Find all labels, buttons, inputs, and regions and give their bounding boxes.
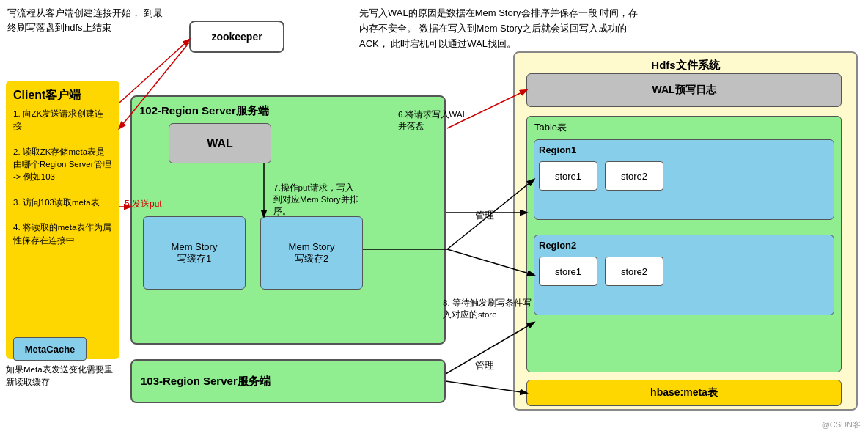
region2-stores: store1 store2 [539, 257, 829, 286]
metacache-desc: 如果Meta表发送变化需要重新读取缓存 [6, 364, 119, 389]
manage-label2: 管理 [475, 359, 494, 372]
metacache-box: MetaCache [13, 337, 87, 361]
region103-box: 103-Region Server服务端 [130, 359, 446, 403]
table-label: Table表 [532, 121, 836, 134]
metacache-label: MetaCache [25, 344, 76, 355]
memstory1-label: Mem Story 写缓存1 [172, 241, 218, 265]
client-title: Client客户端 [13, 88, 112, 103]
region2-store2: store2 [605, 257, 663, 286]
region102-title: 102-Region Server服务端 [139, 104, 437, 118]
region1-box: Region1 store1 store2 [534, 139, 834, 220]
watermark: @CSDN客 [822, 419, 861, 430]
step6-label: 6.将请求写入WAL并落盘 [398, 108, 471, 132]
step8-label: 8. 等待触发刷写条件写入对应的store [443, 297, 538, 320]
step7-label: 7.操作put请求，写入到对应Mem Story并排序。 [273, 182, 361, 217]
hbasemeta-box: hbase:meta表 [526, 380, 842, 406]
region1-store1: store1 [539, 161, 597, 191]
top-left-annotation: 写流程从客户端创建连接开始， 到最终刷写落盘到hdfs上结束 [7, 6, 169, 34]
client-steps: 1. 向ZK发送请求创建连接 2. 读取ZK存储meta表是由哪个Region … [13, 108, 112, 247]
zookeeper-box: zookeeper [189, 21, 284, 53]
memstory2-label: Mem Story 写缓存2 [289, 241, 335, 265]
region2-box: Region2 store1 store2 [534, 235, 834, 315]
manage-label1: 管理 [475, 209, 494, 222]
wal-label: WAL [207, 137, 233, 150]
region1-label: Region1 [539, 144, 829, 155]
wal-box: WAL [169, 123, 271, 163]
hdfs-title: Hdfs文件系统 [521, 59, 850, 73]
memstory2-box: Mem Story 写缓存2 [260, 216, 363, 290]
top-right-annotation: 先写入WAL的原因是数据在Mem Story会排序并保存一段 时间，存内存不安全… [359, 6, 645, 51]
wal-log-box: WAL预写日志 [526, 73, 842, 107]
client-box: Client客户端 1. 向ZK发送请求创建连接 2. 读取ZK存储meta表是… [6, 81, 119, 359]
zookeeper-label: zookeeper [211, 31, 262, 43]
region2-store1: store1 [539, 257, 597, 286]
memstory1-box: Mem Story 写缓存1 [143, 216, 246, 290]
region103-title: 103-Region Server服务端 [141, 375, 271, 389]
step5-label: 5.发送put [125, 198, 162, 210]
region1-stores: store1 store2 [539, 161, 829, 191]
region2-label: Region2 [539, 240, 829, 251]
region1-store2: store2 [605, 161, 663, 191]
svg-line-0 [119, 40, 189, 103]
diagram-container: 写流程从客户端创建连接开始， 到最终刷写落盘到hdfs上结束 先写入WAL的原因… [0, 0, 868, 434]
hbasemeta-label: hbase:meta表 [650, 386, 718, 400]
wal-log-label: WAL预写日志 [652, 84, 716, 97]
